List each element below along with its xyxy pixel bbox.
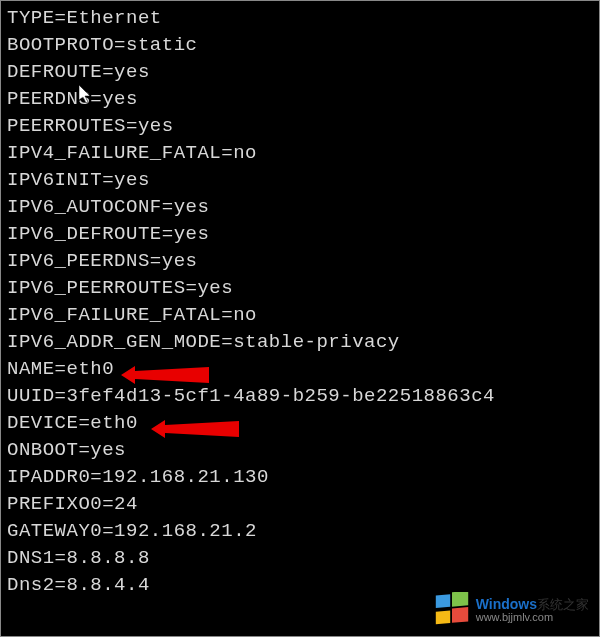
watermark-text: Windows系统之家 www.bjjmlv.com — [476, 597, 589, 622]
config-line: DEVICE=eth0 — [7, 410, 593, 437]
config-line: UUID=3fef4d13-5cf1-4a89-b259-be22518863c… — [7, 383, 593, 410]
config-line: PEERROUTES=yes — [7, 113, 593, 140]
config-line: PEERDNS=yes — [7, 86, 593, 113]
config-line: DNS1=8.8.8.8 — [7, 545, 593, 572]
config-line: IPV6_AUTOCONF=yes — [7, 194, 593, 221]
config-line: DEFROUTE=yes — [7, 59, 593, 86]
watermark-brand: Windows — [476, 596, 537, 612]
config-line: TYPE=Ethernet — [7, 5, 593, 32]
config-line: IPV6_DEFROUTE=yes — [7, 221, 593, 248]
config-line: GATEWAY0=192.168.21.2 — [7, 518, 593, 545]
watermark: Windows系统之家 www.bjjmlv.com — [434, 592, 589, 628]
config-line: IPV6_ADDR_GEN_MODE=stable-privacy — [7, 329, 593, 356]
config-line: IPV6_PEERDNS=yes — [7, 248, 593, 275]
config-line: IPADDR0=192.168.21.130 — [7, 464, 593, 491]
svg-rect-1 — [452, 592, 468, 607]
windows-logo-icon — [434, 592, 470, 628]
terminal-output: TYPE=Ethernet BOOTPROTO=static DEFROUTE=… — [1, 1, 599, 603]
config-line: PREFIXO0=24 — [7, 491, 593, 518]
svg-rect-2 — [435, 610, 449, 624]
config-line: ONBOOT=yes — [7, 437, 593, 464]
config-line: IPV6INIT=yes — [7, 167, 593, 194]
svg-rect-3 — [452, 607, 468, 623]
config-line: BOOTPROTO=static — [7, 32, 593, 59]
config-line: IPV6_PEERROUTES=yes — [7, 275, 593, 302]
config-line: IPV6_FAILURE_FATAL=no — [7, 302, 593, 329]
svg-rect-0 — [435, 594, 449, 608]
config-line: IPV4_FAILURE_FATAL=no — [7, 140, 593, 167]
config-line: NAME=eth0 — [7, 356, 593, 383]
